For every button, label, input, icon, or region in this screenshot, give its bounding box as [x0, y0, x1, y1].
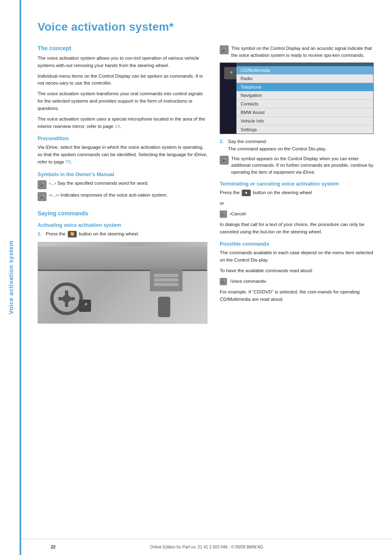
- step2-content: Say the command. The command appears on …: [228, 138, 326, 153]
- step1-content: Press the ▶️ button on the steering whee…: [46, 231, 139, 238]
- mic-icon-5: 🎤: [220, 210, 227, 218]
- steps-list-left: 1. Press the ▶️ button on the steering w…: [38, 231, 207, 238]
- main-content: Voice activation system* The concept The…: [21, 0, 392, 555]
- page-title: Voice activation system*: [38, 20, 374, 34]
- voice-commands-label: ›Voice commands‹: [229, 278, 267, 285]
- footer: Online Edition for Part no. 01 41 2 603 …: [21, 539, 392, 555]
- mic-badge-car: 🎤: [79, 300, 91, 312]
- terminating-heading: Terminating or canceling voice activatio…: [220, 181, 374, 187]
- page-number: 22: [51, 544, 56, 549]
- step2-num: 2.: [220, 138, 225, 153]
- page-container: Voice activation system Voice activation…: [0, 0, 392, 555]
- possible-heading: Possible commands: [220, 241, 374, 247]
- steering-wheel: [50, 282, 83, 315]
- activating-heading: Activating voice activation system: [38, 222, 207, 228]
- possible-p1: The commands available in each case depe…: [220, 249, 374, 264]
- mic-icon-4: 🎤: [220, 156, 229, 165]
- two-column-layout: The concept The voice activation system …: [38, 45, 374, 328]
- control-display-menu: 🎤 CD/Multimedia Radio Telephone Navigati…: [220, 63, 374, 134]
- symbol1-text: ›...‹ Say the specified commands word fo…: [49, 180, 149, 187]
- steps-list-right: 2. Say the command. The command appears …: [220, 138, 374, 153]
- saying-heading: Saying commands: [38, 210, 207, 217]
- press-button-icon: ▶️: [68, 231, 77, 237]
- step1-num: 1.: [38, 231, 43, 238]
- concept-p3: The voice activation system transforms y…: [38, 90, 207, 112]
- terminating-or: or: [220, 200, 374, 207]
- symbol-note-2: 🎤 This symbol appears on the Control Dis…: [220, 155, 374, 176]
- concept-heading: The concept: [38, 45, 207, 51]
- car-interior-image: 🎤: [38, 242, 207, 324]
- concept-p1: The voice activation system allows you t…: [38, 55, 207, 69]
- right-column: 🎤 This symbol on the Control Display and…: [220, 45, 374, 328]
- precondition-link[interactable]: 79: [65, 159, 71, 164]
- symbol-note-1: 🎤 This symbol on the Control Display and…: [220, 45, 374, 58]
- page-number-box: 22: [42, 539, 56, 555]
- sidebar-label: Voice activation system: [7, 241, 14, 314]
- terminating-text3: In dialogs that call for a text of your …: [220, 221, 374, 236]
- voice-commands-note: 🎤 ›Voice commands‹: [220, 278, 374, 285]
- terminating-line1: Press the ■ button on the steering wheel: [220, 189, 374, 197]
- step-1: 1. Press the ▶️ button on the steering w…: [38, 231, 207, 238]
- car-image-inner: 🎤: [38, 242, 207, 323]
- symbol-row-2: 🎤 ››...‹‹ Indicates responses of the voi…: [38, 192, 207, 201]
- precondition-heading: Precondition: [38, 136, 207, 141]
- left-column: The concept The voice activation system …: [38, 45, 207, 328]
- sidebar: Voice activation system: [0, 0, 21, 555]
- stop-button-icon: ■: [242, 190, 251, 196]
- concept-p4: The voice activation system uses a speci…: [38, 116, 207, 130]
- symbol-row-1: 🎤 ›...‹ Say the specified commands word …: [38, 180, 207, 189]
- possible-p3: For example, if "CD/DVD" is selected, th…: [220, 289, 374, 303]
- concept-p2: Individual menu items on the Control Dis…: [38, 73, 207, 87]
- step-2: 2. Say the command. The command appears …: [220, 138, 374, 153]
- cancel-label: ›Cancel‹: [229, 210, 247, 217]
- symbol2-text: ››...‹‹ Indicates responses of the voice…: [49, 192, 168, 199]
- mic-icon-6: 🎤: [220, 278, 227, 285]
- mic-icon-3: 🎤: [220, 45, 229, 54]
- mic-icon-1: 🎤: [38, 180, 47, 189]
- possible-p2: To have the available commands read alou…: [220, 267, 374, 275]
- concept-link[interactable]: 14: [115, 124, 120, 129]
- cancel-note: 🎤 ›Cancel‹: [220, 210, 374, 218]
- mic-icon-2: 🎤: [38, 192, 47, 201]
- precondition-text: Via iDrive, select the language in which…: [38, 144, 207, 166]
- footer-text: Online Edition for Part no. 01 41 2 603 …: [150, 545, 263, 549]
- symbols-heading: Symbols in the Owner's Manual: [38, 172, 207, 177]
